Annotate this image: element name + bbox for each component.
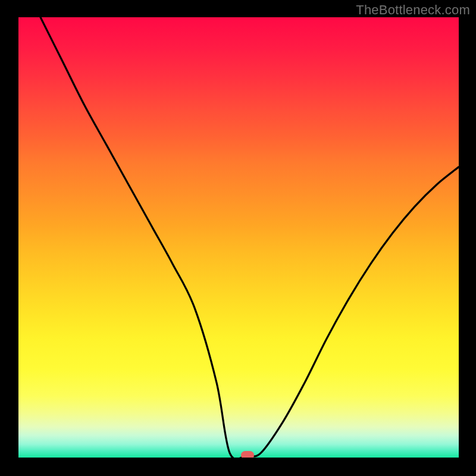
bottleneck-curve-path (40, 17, 459, 458)
plot-area (18, 17, 459, 458)
chart-frame: TheBottleneck.com (0, 0, 476, 476)
watermark-text: TheBottleneck.com (356, 2, 470, 18)
curve-svg (18, 17, 459, 458)
optimal-point-marker (241, 451, 254, 458)
